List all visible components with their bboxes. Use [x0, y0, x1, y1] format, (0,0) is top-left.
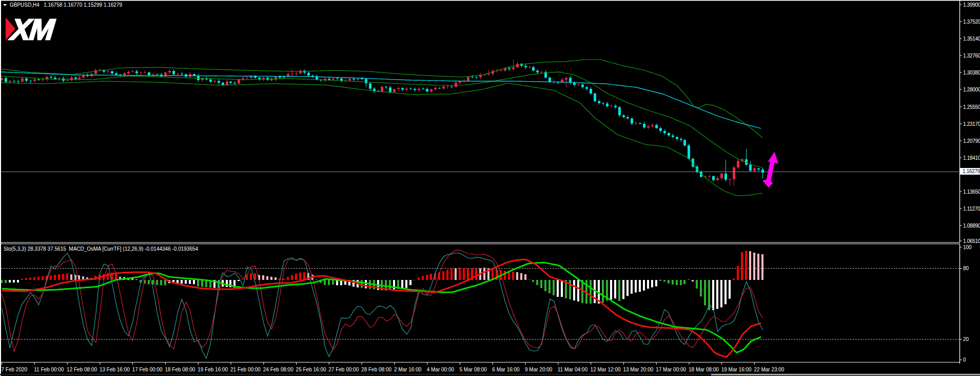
svg-text:1.39900: 1.39900: [963, 2, 980, 8]
svg-text:9 Mar 20:00: 9 Mar 20:00: [525, 367, 553, 372]
svg-text:22 Mar 23:00: 22 Mar 23:00: [754, 367, 785, 372]
svg-text:1.32760: 1.32760: [963, 53, 980, 59]
svg-text:20: 20: [963, 336, 969, 342]
svg-text:1.18410: 1.18410: [963, 155, 980, 161]
svg-text:28 Feb 08:00: 28 Feb 08:00: [361, 367, 391, 372]
svg-text:0: 0: [963, 357, 966, 363]
svg-text:5 Mar 08:00: 5 Mar 08:00: [460, 367, 487, 372]
svg-text:21 Feb 00:00: 21 Feb 00:00: [230, 367, 261, 372]
svg-text:GBPUSD,H4 1.16758 1.16770 1.: GBPUSD,H4 1.16758 1.16770 1.15299 1.1627…: [10, 2, 122, 8]
svg-text:1.13650: 1.13650: [963, 189, 980, 195]
svg-text:4 Mar 00:00: 4 Mar 00:00: [427, 367, 455, 372]
svg-text:11 Mar 04:00: 11 Mar 04:00: [558, 367, 588, 372]
svg-text:12 Feb 08:00: 12 Feb 08:00: [67, 367, 97, 372]
svg-text:17 Feb 00:00: 17 Feb 00:00: [132, 367, 163, 372]
svg-text:13 Mar 20:00: 13 Mar 20:00: [623, 367, 653, 372]
svg-text:Sto(5,3,3) 28.3378 37.5615 MA: Sto(5,3,3) 28.3378 37.5615 MACD_OsMA [Cu…: [4, 246, 199, 252]
svg-text:18 Mar 08:00: 18 Mar 08:00: [689, 367, 719, 372]
svg-text:18 Feb 08:00: 18 Feb 08:00: [165, 367, 195, 372]
svg-text:2 Mar 16:00: 2 Mar 16:00: [394, 367, 422, 372]
svg-text:XM: XM: [8, 13, 57, 46]
svg-text:1.06510: 1.06510: [963, 238, 980, 244]
svg-text:1.37520: 1.37520: [963, 19, 980, 25]
svg-text:13 Feb 16:00: 13 Feb 16:00: [100, 367, 130, 372]
svg-text:17 Mar 00:00: 17 Mar 00:00: [656, 367, 686, 372]
svg-text:1.23170: 1.23170: [963, 121, 980, 127]
svg-text:11 Feb 00:00: 11 Feb 00:00: [34, 367, 64, 372]
svg-text:1.28000: 1.28000: [963, 87, 980, 92]
svg-text:1.11270: 1.11270: [963, 206, 980, 212]
svg-text:1.35140: 1.35140: [963, 36, 980, 42]
svg-text:1.20790: 1.20790: [963, 138, 980, 144]
svg-text:80: 80: [963, 266, 969, 271]
svg-text:1.08890: 1.08890: [963, 223, 980, 229]
svg-text:24 Feb 08:00: 24 Feb 08:00: [263, 367, 293, 372]
svg-text:7 Feb 2020: 7 Feb 2020: [2, 367, 28, 372]
svg-text:25 Feb 16:00: 25 Feb 16:00: [296, 367, 326, 372]
svg-text:1.30380: 1.30380: [963, 70, 980, 76]
svg-text:19 Feb 16:00: 19 Feb 16:00: [198, 367, 228, 372]
svg-text:6 Mar 16:00: 6 Mar 16:00: [492, 367, 520, 372]
svg-text:1.16279: 1.16279: [963, 168, 980, 174]
svg-text:12 Mar 12:00: 12 Mar 12:00: [591, 367, 621, 372]
svg-text:19 Mar 16:00: 19 Mar 16:00: [721, 367, 752, 372]
svg-text:100: 100: [963, 245, 972, 250]
svg-text:1.25550: 1.25550: [963, 104, 980, 110]
svg-text:27 Feb 00:00: 27 Feb 00:00: [328, 367, 359, 372]
